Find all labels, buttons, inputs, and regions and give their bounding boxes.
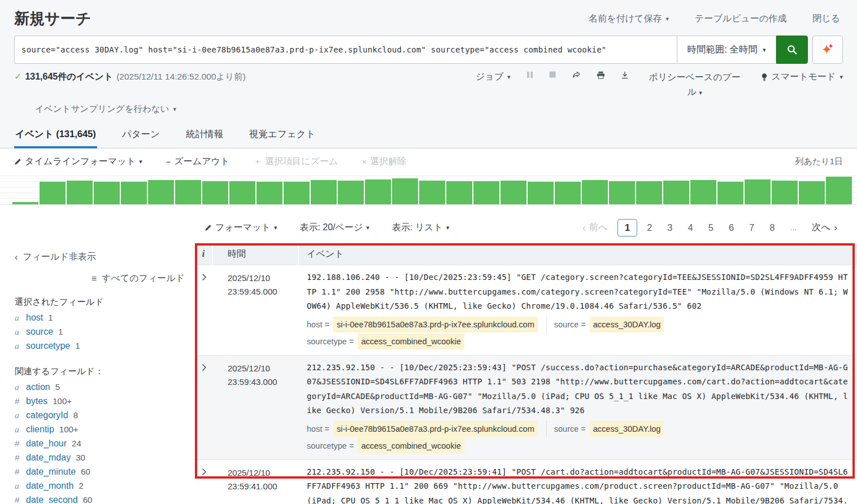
all-fields-link[interactable]: ≡ すべてのフィールド (15, 273, 187, 284)
tab-events[interactable]: イベント (131,645) (14, 123, 97, 148)
histogram-bar[interactable] (473, 181, 499, 204)
search-input[interactable] (14, 36, 677, 64)
histogram-bar[interactable] (609, 181, 635, 204)
page-button-1[interactable]: 1 (617, 219, 637, 236)
search-button[interactable] (776, 36, 808, 64)
view-type-menu[interactable]: 表示: リスト ▾ (392, 222, 450, 234)
histogram-bar[interactable] (392, 178, 418, 204)
histogram-bar[interactable] (663, 181, 689, 204)
histogram-bar[interactable] (636, 181, 662, 204)
field-name-link[interactable]: date_second (26, 493, 78, 504)
field-name-link[interactable]: source (26, 325, 53, 339)
histogram-bar[interactable] (40, 182, 66, 204)
tab-statistics[interactable]: 統計情報 (185, 123, 224, 148)
histogram-bar[interactable] (148, 180, 174, 204)
field-item-date_mday[interactable]: #date_mday30 (15, 450, 187, 464)
page-button-8[interactable]: 8 (764, 220, 780, 236)
histogram-bar[interactable] (799, 181, 825, 204)
histogram-bar[interactable] (826, 177, 852, 204)
histogram-bar[interactable] (175, 180, 201, 204)
histogram-bar[interactable] (772, 181, 798, 204)
field-name-link[interactable]: host (26, 310, 43, 325)
histogram-bar[interactable] (121, 182, 147, 204)
field-name-link[interactable]: date_hour (26, 436, 67, 450)
field-name-link[interactable]: action (26, 380, 50, 394)
close-button[interactable]: 閉じる (812, 13, 840, 25)
histogram-bar[interactable] (745, 179, 771, 204)
tab-visualization[interactable]: 視覚エフェクト (248, 123, 316, 148)
histogram-bar[interactable] (67, 181, 93, 204)
field-item-date_second[interactable]: #date_second60 (15, 493, 187, 504)
histogram-bar[interactable] (311, 180, 337, 204)
field-name-link[interactable]: clientip (26, 422, 54, 436)
histogram-bar[interactable] (446, 181, 472, 204)
histogram-bar[interactable] (202, 181, 228, 204)
sourcetype-tag-value[interactable]: access_combined_wcookie (358, 334, 464, 349)
expand-event-button[interactable] (195, 356, 213, 459)
hide-fields-link[interactable]: ‹ フィールド非表示 (15, 251, 187, 263)
timeline-format-menu[interactable]: タイムラインフォーマット ▾ (14, 156, 142, 168)
page-button-5[interactable]: 5 (703, 220, 719, 236)
field-item-categoryId[interactable]: acategoryId8 (15, 408, 187, 422)
field-item-host[interactable]: ahost1 (15, 310, 187, 325)
field-name-link[interactable]: categoryId (26, 408, 68, 422)
histogram-bar[interactable] (94, 182, 120, 204)
page-button-2[interactable]: 2 (641, 220, 658, 236)
event-sampling-menu[interactable]: イベントサンプリングを行わない ▾ (0, 99, 176, 115)
histogram-bar[interactable] (501, 181, 527, 204)
per-page-menu[interactable]: 表示: 20/ページ ▾ (299, 222, 369, 234)
histogram-bar[interactable] (256, 182, 282, 204)
policy-pool-menu[interactable]: ポリシーベースのプール ▾ (645, 70, 745, 99)
pause-button[interactable] (527, 71, 533, 78)
histogram-bar[interactable] (284, 182, 310, 204)
share-button[interactable] (572, 71, 581, 79)
sourcetype-tag-value[interactable]: access_combined_wcookie (358, 438, 464, 454)
field-item-sourcetype[interactable]: asourcetype1 (15, 339, 187, 353)
field-name-link[interactable]: date_month (26, 479, 74, 493)
host-tag-value[interactable]: si-i-0ee78b9615a0e87a3.prd-p-ix7ee.splun… (333, 421, 538, 437)
field-name-link[interactable]: date_minute (26, 464, 76, 479)
field-item-date_minute[interactable]: #date_minute60 (15, 464, 187, 479)
histogram-bar[interactable] (229, 181, 255, 204)
field-name-link[interactable]: date_mday (26, 450, 71, 464)
create-table-view-button[interactable]: テーブルビューの作成 (695, 13, 786, 25)
histogram-bar[interactable] (12, 202, 38, 204)
deselect-button[interactable]: × 選択解除 (362, 156, 406, 168)
format-menu[interactable]: フォーマット ▾ (205, 222, 277, 234)
search-mode-menu[interactable]: スマートモード ▾ (761, 71, 843, 83)
zoom-out-button[interactable]: − ズームアウト (166, 156, 230, 168)
save-as-menu[interactable]: 名前を付けて保存 ▾ (589, 13, 669, 25)
field-item-bytes[interactable]: #bytes100+ (15, 394, 187, 408)
histogram-bar[interactable] (717, 182, 743, 204)
histogram-bar[interactable] (419, 181, 445, 204)
source-tag-value[interactable]: access_30DAY.log (590, 421, 664, 437)
field-item-source[interactable]: asource1 (15, 325, 187, 339)
prev-page-button[interactable]: ‹ 前へ (577, 218, 614, 236)
next-page-button[interactable]: 次へ › (806, 218, 843, 236)
field-name-link[interactable]: bytes (26, 394, 47, 408)
histogram-bar[interactable] (528, 182, 554, 204)
histogram-bar[interactable] (690, 180, 716, 204)
source-tag-value[interactable]: access_30DAY.log (590, 317, 664, 332)
histogram-bar[interactable] (365, 179, 391, 204)
field-item-date_month[interactable]: adate_month2 (15, 479, 187, 493)
page-button-3[interactable]: 3 (662, 220, 678, 236)
histogram-bar[interactable] (555, 182, 581, 204)
histogram-bar[interactable] (338, 181, 364, 204)
page-button-4[interactable]: 4 (682, 220, 699, 236)
field-item-date_hour[interactable]: #date_hour24 (15, 436, 187, 450)
time-range-picker[interactable]: 時間範囲: 全時間 ▾ (677, 36, 776, 64)
field-item-action[interactable]: aaction5 (15, 380, 187, 394)
field-item-clientip[interactable]: aclientip100+ (15, 422, 187, 436)
stop-button[interactable] (549, 71, 556, 78)
expand-event-button[interactable] (195, 265, 213, 355)
tab-patterns[interactable]: パターン (121, 123, 161, 148)
histogram-bar[interactable] (582, 180, 608, 204)
ai-assistant-button[interactable] (812, 36, 843, 64)
print-button[interactable] (597, 71, 605, 79)
export-button[interactable] (621, 71, 629, 79)
expand-event-button[interactable] (195, 460, 213, 504)
job-menu[interactable]: ジョブ ▾ (476, 71, 511, 83)
zoom-to-selection-button[interactable]: ＋ 選択項目にズーム (253, 156, 338, 168)
field-name-link[interactable]: sourcetype (26, 339, 70, 353)
